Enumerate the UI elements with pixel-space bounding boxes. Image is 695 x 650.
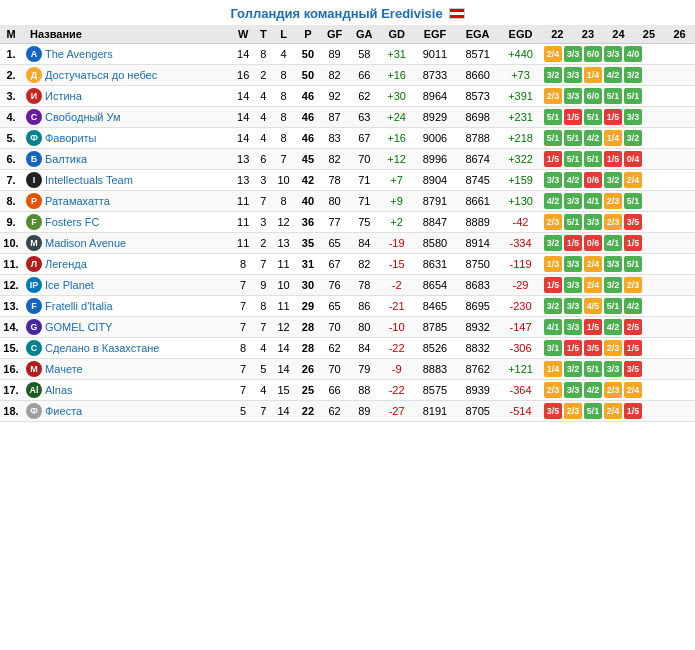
team-w: 8	[231, 338, 255, 359]
team-link[interactable]: Балтика	[45, 153, 87, 165]
team-link[interactable]: Alnas	[45, 384, 73, 396]
team-link[interactable]: Фиеста	[45, 405, 82, 417]
team-link[interactable]: Фавориты	[45, 132, 97, 144]
team-t: 4	[255, 380, 271, 401]
team-p: 28	[296, 338, 320, 359]
table-row: 1. A The Avengers 14 8 4 50 89 58 +31 90…	[0, 44, 695, 65]
team-l: 8	[271, 107, 295, 128]
team-link[interactable]: Сделано в Казахстане	[45, 342, 159, 354]
team-t: 2	[255, 233, 271, 254]
team-name-cell: F Fratelli d'Italia	[22, 296, 231, 317]
team-egf: 8733	[414, 65, 457, 86]
team-gf: 89	[320, 44, 349, 65]
team-link[interactable]: Intellectuals Team	[45, 174, 133, 186]
team-link[interactable]: Истина	[45, 90, 82, 102]
flag-icon	[449, 8, 465, 19]
table-row: 3. И Истина 14 4 8 46 92 62 +30 8964 857…	[0, 86, 695, 107]
table-row: 12. IP Ice Planet 7 9 10 30 76 78 -2 865…	[0, 275, 695, 296]
result-badge: 4/2	[604, 67, 622, 83]
team-w: 7	[231, 317, 255, 338]
result-badge: 3/3	[564, 319, 582, 335]
team-link[interactable]: Свободный Ум	[45, 111, 121, 123]
result-badge: 3/2	[564, 361, 582, 377]
result-badge: 3/3	[564, 88, 582, 104]
team-link[interactable]: Мачете	[45, 363, 83, 375]
team-logo: IP	[26, 277, 42, 293]
team-egf: 8964	[414, 86, 457, 107]
team-results: 2/3 3/3 4/2 2/3 2/4	[542, 380, 695, 401]
team-rank: 5.	[0, 128, 22, 149]
team-egf: 8883	[414, 359, 457, 380]
team-name-cell: M Madison Avenue	[22, 233, 231, 254]
team-egf: 8191	[414, 401, 457, 422]
team-gd: -22	[380, 338, 414, 359]
team-name-cell: С Свободный Ум	[22, 107, 231, 128]
header-22: 22	[542, 25, 573, 44]
header-ega: EGA	[456, 25, 499, 44]
team-link[interactable]: Ice Planet	[45, 279, 94, 291]
team-egf: 8929	[414, 107, 457, 128]
team-link[interactable]: Легенда	[45, 258, 87, 270]
team-results: 1/5 3/3 2/4 3/2 2/3	[542, 275, 695, 296]
team-p: 26	[296, 359, 320, 380]
team-ga: 86	[349, 296, 380, 317]
team-p: 46	[296, 86, 320, 107]
team-gf: 87	[320, 107, 349, 128]
result-badge: 4/2	[584, 130, 602, 146]
team-results: 1/3 3/3 2/4 3/3 5/1	[542, 254, 695, 275]
table-row: 17. Al Alnas 7 4 15 25 66 88 -22 8575 89…	[0, 380, 695, 401]
team-l: 7	[271, 149, 295, 170]
team-logo: G	[26, 319, 42, 335]
header-26: 26	[664, 25, 695, 44]
header-rank: М	[0, 25, 22, 44]
team-ega: 8889	[456, 212, 499, 233]
team-link[interactable]: Ратамахатта	[45, 195, 110, 207]
team-ga: 71	[349, 191, 380, 212]
result-badge: 3/1	[544, 340, 562, 356]
table-row: 15. С Сделано в Казахстане 8 4 14 28 62 …	[0, 338, 695, 359]
header-name: Название	[22, 25, 231, 44]
result-badge: 5/1	[544, 109, 562, 125]
team-ga: 70	[349, 149, 380, 170]
team-egd: -29	[499, 275, 542, 296]
team-ga: 75	[349, 212, 380, 233]
team-results: 3/2 3/3 1/4 4/2 3/2	[542, 65, 695, 86]
team-p: 28	[296, 317, 320, 338]
team-link[interactable]: The Avengers	[45, 48, 113, 60]
team-gd: -27	[380, 401, 414, 422]
team-egd: +159	[499, 170, 542, 191]
team-link[interactable]: Madison Avenue	[45, 237, 126, 249]
result-badge: 3/2	[604, 277, 622, 293]
result-badge: 1/3	[544, 256, 562, 272]
header-25: 25	[634, 25, 665, 44]
team-link[interactable]: Достучаться до небес	[45, 69, 157, 81]
team-p: 35	[296, 233, 320, 254]
team-rank: 16.	[0, 359, 22, 380]
team-ga: 67	[349, 128, 380, 149]
team-gd: +16	[380, 128, 414, 149]
team-logo: M	[26, 235, 42, 251]
team-gf: 65	[320, 233, 349, 254]
team-p: 30	[296, 275, 320, 296]
result-badge: 4/2	[624, 298, 642, 314]
result-badge: 5/1	[624, 193, 642, 209]
result-badge: 2/3	[604, 340, 622, 356]
team-logo: F	[26, 214, 42, 230]
table-row: 11. Л Легенда 8 7 11 31 67 82 -15 8631 8…	[0, 254, 695, 275]
team-link[interactable]: Fosters FC	[45, 216, 99, 228]
team-name-cell: G GOMEL CITY	[22, 317, 231, 338]
team-p: 22	[296, 401, 320, 422]
team-p: 29	[296, 296, 320, 317]
team-rank: 7.	[0, 170, 22, 191]
team-egf: 8654	[414, 275, 457, 296]
result-badge: 2/4	[584, 277, 602, 293]
team-l: 8	[271, 128, 295, 149]
team-p: 36	[296, 212, 320, 233]
team-results: 4/1 3/3 1/5 4/2 2/5	[542, 317, 695, 338]
table-row: 7. I Intellectuals Team 13 3 10 42 78 71…	[0, 170, 695, 191]
team-name-cell: F Fosters FC	[22, 212, 231, 233]
team-link[interactable]: Fratelli d'Italia	[45, 300, 113, 312]
team-p: 50	[296, 65, 320, 86]
team-egf: 8996	[414, 149, 457, 170]
team-link[interactable]: GOMEL CITY	[45, 321, 112, 333]
